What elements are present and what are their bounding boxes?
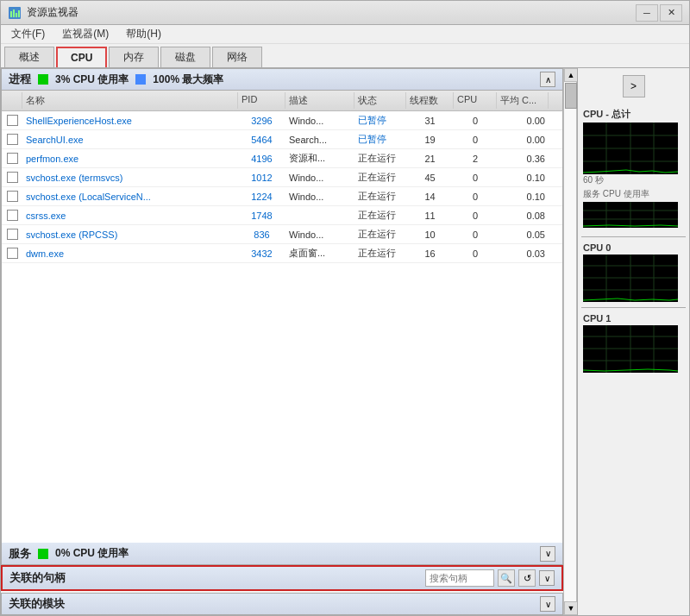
services-expand-btn[interactable]: ∨	[540, 546, 555, 562]
checkbox-7[interactable]	[7, 248, 18, 259]
process-header-left: 进程 3% CPU 使用率 100% 最大频率	[9, 72, 223, 87]
row-check-0[interactable]	[2, 113, 22, 128]
svg-rect-2	[13, 9, 15, 17]
row-pid-6: 836	[238, 228, 285, 242]
col-pid[interactable]: PID	[238, 92, 285, 109]
row-scroll-7	[549, 252, 562, 255]
row-check-1[interactable]	[2, 132, 22, 147]
handles-expand-btn[interactable]: ∨	[539, 570, 555, 586]
row-check-3[interactable]	[2, 170, 22, 185]
col-scroll	[549, 92, 562, 109]
col-cpu[interactable]: CPU	[454, 92, 497, 109]
row-avg-6: 0.05	[497, 228, 549, 242]
checkbox-0[interactable]	[7, 115, 18, 126]
modules-section-header[interactable]: 关联的模块 ∨	[1, 593, 563, 615]
row-scroll-1	[549, 138, 562, 141]
row-name-1: SearchUI.exe	[22, 133, 238, 147]
table-row[interactable]: SearchUI.exe 5464 Search... 已暂停 19 0 0.0…	[2, 130, 562, 149]
col-desc[interactable]: 描述	[285, 92, 354, 109]
row-avg-7: 0.03	[497, 247, 549, 261]
table-row[interactable]: perfmon.exe 4196 资源和... 正在运行 21 2 0.36	[2, 149, 562, 168]
row-pid-2: 4196	[238, 152, 285, 166]
tab-overview[interactable]: 概述	[4, 47, 54, 67]
services-section-header[interactable]: 服务 0% CPU 使用率 ∨	[1, 543, 563, 565]
main-scrollbar[interactable]: ▲ ▼	[563, 68, 577, 615]
menu-file[interactable]: 文件(F)	[4, 25, 52, 43]
row-state-7: 正在运行	[354, 245, 406, 261]
graph-divider-2	[581, 307, 686, 308]
cpu0-graph	[583, 255, 678, 302]
title-bar: 资源监视器 ─ ✕	[1, 1, 689, 25]
row-check-5[interactable]	[2, 208, 22, 223]
checkbox-2[interactable]	[7, 153, 18, 164]
row-name-4: svchost.exe (LocalServiceN...	[22, 190, 238, 204]
minimize-button[interactable]: ─	[636, 4, 658, 22]
row-avg-4: 0.10	[497, 190, 549, 204]
table-row[interactable]: ShellExperienceHost.exe 3296 Windo... 已暂…	[2, 111, 562, 130]
scroll-thumb[interactable]	[565, 83, 577, 109]
col-state[interactable]: 状态	[354, 92, 406, 109]
close-button[interactable]: ✕	[660, 4, 682, 22]
cpu0-svg	[583, 255, 678, 302]
row-cpu-2: 2	[454, 152, 497, 166]
row-threads-5: 11	[406, 209, 454, 223]
col-avg[interactable]: 平均 C...	[497, 92, 549, 109]
row-threads-4: 14	[406, 190, 454, 204]
tab-memory[interactable]: 内存	[109, 47, 159, 67]
tab-cpu[interactable]: CPU	[56, 47, 107, 67]
col-threads[interactable]: 线程数	[406, 92, 454, 109]
handles-search-input[interactable]	[425, 569, 494, 587]
process-section-header[interactable]: 进程 3% CPU 使用率 100% 最大频率 ∧	[1, 68, 563, 91]
row-check-4[interactable]	[2, 189, 22, 204]
process-expand-btn[interactable]: ∧	[540, 72, 555, 87]
process-table-section: 名称 PID 描述 状态 线程数 CPU 平均 C... ShellExperi…	[1, 91, 563, 543]
col-name[interactable]: 名称	[22, 92, 238, 109]
row-avg-3: 0.10	[497, 171, 549, 185]
row-name-0: ShellExperienceHost.exe	[22, 114, 238, 128]
table-row[interactable]: svchost.exe (LocalServiceN... 1224 Windo…	[2, 187, 562, 206]
cpu-total-svg	[583, 123, 678, 174]
menu-help[interactable]: 帮助(H)	[119, 25, 168, 43]
checkbox-4[interactable]	[7, 191, 18, 202]
row-scroll-2	[549, 157, 562, 160]
row-cpu-4: 0	[454, 190, 497, 204]
table-row[interactable]: csrss.exe 1748 正在运行 11 0 0.08	[2, 206, 562, 225]
row-check-2[interactable]	[2, 151, 22, 166]
scroll-down-btn[interactable]: ▼	[564, 601, 578, 615]
row-desc-5	[285, 214, 354, 217]
search-icon: 🔍	[500, 573, 512, 584]
right-expand-btn[interactable]: >	[623, 75, 645, 97]
table-row[interactable]: svchost.exe (RPCSS) 836 Windo... 正在运行 10…	[2, 225, 562, 244]
menu-monitor[interactable]: 监视器(M)	[55, 25, 116, 43]
checkbox-6[interactable]	[7, 229, 18, 240]
checkbox-1[interactable]	[7, 134, 18, 145]
modules-expand-btn[interactable]: ∨	[540, 596, 555, 612]
handles-search-area: 🔍 ↺ ∨	[425, 569, 555, 587]
table-row[interactable]: svchost.exe (termsvcs) 1012 Windo... 正在运…	[2, 168, 562, 187]
row-scroll-3	[549, 176, 562, 179]
cpu1-graph	[583, 325, 678, 373]
checkbox-3[interactable]	[7, 172, 18, 183]
tab-network[interactable]: 网络	[212, 47, 262, 67]
row-check-7[interactable]	[2, 246, 22, 261]
table-row[interactable]: dwm.exe 3432 桌面窗... 正在运行 16 0 0.03	[2, 244, 562, 263]
handles-search-button[interactable]: 🔍	[498, 569, 515, 587]
row-scroll-4	[549, 195, 562, 198]
graph-divider-1	[581, 236, 686, 237]
cpu-total-graph	[583, 123, 678, 174]
services-cpu-indicator	[38, 549, 48, 559]
app-icon	[8, 6, 22, 20]
tab-disk[interactable]: 磁盘	[160, 47, 210, 67]
handles-section-header[interactable]: 关联的句柄 🔍 ↺ ∨	[3, 567, 561, 589]
row-cpu-3: 0	[454, 171, 497, 185]
row-threads-6: 10	[406, 228, 454, 242]
svg-rect-1	[10, 11, 12, 17]
service-cpu-label: 服务 CPU 使用率	[583, 188, 684, 200]
scroll-up-btn[interactable]: ▲	[564, 68, 578, 82]
checkbox-5[interactable]	[7, 210, 18, 221]
handles-refresh-button[interactable]: ↺	[518, 569, 536, 587]
row-desc-1: Search...	[285, 133, 354, 147]
row-check-6[interactable]	[2, 227, 22, 242]
menu-bar: 文件(F) 监视器(M) 帮助(H)	[1, 25, 689, 44]
row-state-6: 正在运行	[354, 226, 406, 242]
